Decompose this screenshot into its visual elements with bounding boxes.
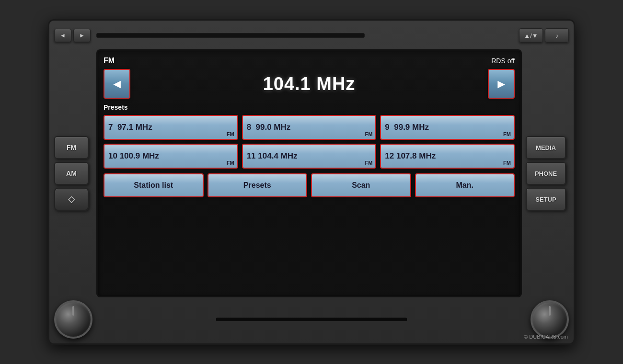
preset-8-label: 8 99.0 MHz: [247, 123, 291, 132]
head-unit: ◄ ► ▲/▼ ♪ FM AM ◇: [48, 19, 575, 345]
preset-8-button[interactable]: 8 99.0 MHz FM: [242, 115, 377, 140]
scan-button[interactable]: Scan: [311, 173, 411, 197]
source-icon: ◇: [68, 194, 75, 205]
freq-down-button[interactable]: ◄: [104, 69, 130, 99]
setup-button[interactable]: SETUP: [526, 188, 566, 211]
note-icon: ♪: [555, 32, 559, 39]
manual-label: Man.: [456, 181, 473, 189]
preset-8-band: FM: [365, 131, 372, 137]
display-screen: FM RDS off ◄ 104.1 MHz ► Presets 7 97.1 …: [96, 49, 522, 297]
presets-label: Presets: [104, 103, 515, 111]
right-knob[interactable]: [531, 300, 569, 339]
manual-button[interactable]: Man.: [415, 173, 515, 197]
media-label: MEDIA: [536, 144, 556, 151]
preset-12-label: 12 107.8 MHz: [385, 151, 436, 161]
preset-12-button[interactable]: 12 107.8 MHz FM: [380, 144, 515, 169]
presets-grid: 7 97.1 MHz FM 8 99.0 MHz FM 9 99.9 MHz F…: [104, 115, 515, 169]
preset-9-button[interactable]: 9 99.9 MHz FM: [380, 115, 515, 140]
preset-12-band: FM: [503, 160, 511, 166]
freq-down-icon: ◄: [111, 77, 123, 91]
presets-btn-label: Presets: [243, 181, 271, 189]
am-label: AM: [66, 170, 77, 177]
eject-button[interactable]: ▲/▼: [519, 28, 543, 43]
top-right-controls: ▲/▼ ♪: [519, 28, 569, 43]
watermark: © DUBICARS.com: [524, 334, 568, 340]
preset-7-label: 7 97.1 MHz: [108, 123, 152, 132]
phone-button[interactable]: PHONE: [526, 162, 566, 185]
rds-status: RDS off: [491, 57, 515, 65]
eject-icon: ▲/▼: [524, 32, 538, 39]
fm-button[interactable]: FM: [54, 136, 89, 159]
preset-9-label: 9 99.9 MHz: [385, 123, 429, 132]
right-panel: MEDIA PHONE SETUP: [526, 49, 569, 297]
prev-track-icon: ◄: [60, 32, 66, 39]
station-list-label: Station list: [134, 181, 173, 189]
screen-top-row: FM RDS off: [104, 57, 515, 65]
media-button[interactable]: MEDIA: [526, 136, 566, 159]
bottom-row: [54, 300, 569, 339]
presets-button[interactable]: Presets: [208, 173, 308, 197]
preset-7-band: FM: [227, 131, 234, 137]
scan-label: Scan: [352, 181, 370, 189]
bottom-buttons-row: Station list Presets Scan Man.: [104, 173, 515, 197]
station-list-button[interactable]: Station list: [104, 173, 204, 197]
preset-7-button[interactable]: 7 97.1 MHz FM: [104, 115, 238, 140]
fm-label: FM: [67, 144, 76, 151]
frequency-row: ◄ 104.1 MHz ►: [104, 69, 515, 99]
left-panel: FM AM ◇: [54, 49, 92, 297]
next-track-button[interactable]: ►: [73, 29, 91, 42]
top-left-controls: ◄ ►: [54, 29, 369, 42]
preset-10-band: FM: [227, 160, 234, 166]
freq-up-icon: ►: [495, 77, 508, 91]
source-button[interactable]: ◇: [54, 188, 89, 211]
freq-up-button[interactable]: ►: [488, 69, 515, 99]
setup-label: SETUP: [535, 196, 556, 203]
preset-10-label: 10 100.9 MHz: [108, 151, 159, 161]
preset-9-band: FM: [503, 131, 511, 137]
am-button[interactable]: AM: [54, 162, 89, 185]
cd-slot: [216, 317, 407, 322]
prev-track-button[interactable]: ◄: [54, 29, 71, 42]
left-knob[interactable]: [54, 300, 92, 339]
preset-10-button[interactable]: 10 100.9 MHz FM: [104, 144, 238, 169]
preset-11-button[interactable]: 11 104.4 MHz FM: [242, 144, 377, 169]
next-track-icon: ►: [79, 32, 85, 39]
left-knob-container: [54, 300, 92, 339]
right-knob-container: [531, 300, 569, 339]
preset-11-band: FM: [365, 160, 372, 166]
frequency-display: 104.1 MHz: [134, 74, 484, 94]
phone-label: PHONE: [535, 170, 557, 177]
top-bar: ◄ ► ▲/▼ ♪: [54, 25, 569, 46]
band-label: FM: [104, 57, 115, 65]
main-body: FM AM ◇ FM RDS off ◄ 104.1 MHz: [54, 49, 569, 297]
tape-slot: [96, 33, 365, 38]
preset-11-label: 11 104.4 MHz: [247, 151, 298, 161]
media-top-button[interactable]: ♪: [545, 28, 569, 43]
